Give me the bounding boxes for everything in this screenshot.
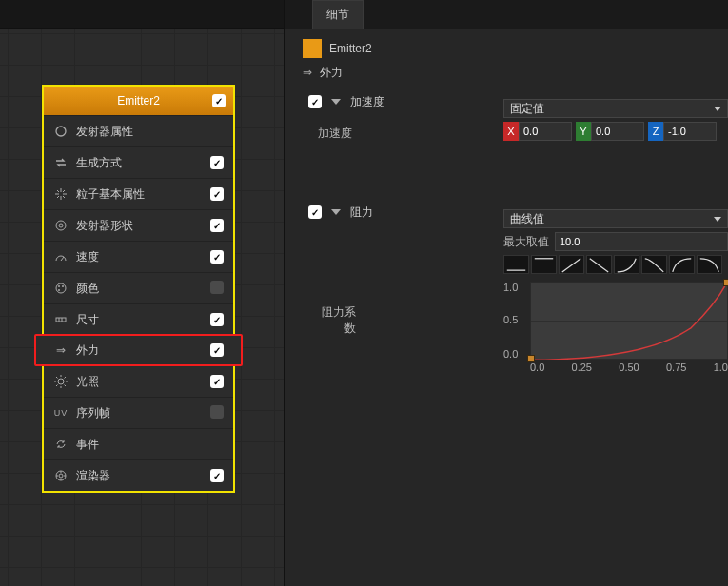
drag-collapse-toggle[interactable] bbox=[331, 209, 341, 215]
accel-collapse-toggle[interactable] bbox=[331, 99, 341, 105]
ruler-icon bbox=[53, 312, 69, 327]
accel-mode-dropdown[interactable]: 固定值 bbox=[503, 99, 728, 118]
module-row-label: 外力 bbox=[76, 342, 203, 359]
module-row-label: 序列帧 bbox=[76, 405, 203, 421]
module-row-label: 渲染器 bbox=[76, 468, 203, 484]
y-axis-icon: Y bbox=[576, 122, 591, 141]
module-grid[interactable]: Emitter2 发射器属性生成方式粒子基本属性发射器形状速度颜色尺寸⇒外力光照… bbox=[0, 29, 284, 586]
module-header[interactable]: Emitter2 bbox=[44, 87, 233, 115]
svg-line-3 bbox=[61, 257, 64, 261]
module-row-arrows[interactable]: ⇒外力 bbox=[34, 334, 243, 366]
svg-point-2 bbox=[59, 224, 63, 227]
curve-preset-2[interactable] bbox=[559, 255, 584, 274]
curve-preset-6[interactable] bbox=[669, 255, 695, 274]
drag-mode-dropdown[interactable]: 曲线值 bbox=[503, 209, 728, 228]
module-row-checkbox[interactable] bbox=[210, 343, 224, 357]
module-row-cycle[interactable]: 事件 bbox=[44, 428, 233, 459]
module-title: Emitter2 bbox=[117, 94, 160, 107]
module-row-gauge[interactable]: 速度 bbox=[44, 241, 233, 272]
module-row-checkbox[interactable] bbox=[210, 156, 224, 169]
tab-details[interactable]: 细节 bbox=[312, 0, 364, 29]
module-row-target[interactable]: 发射器形状 bbox=[44, 209, 233, 241]
svg-point-4 bbox=[56, 283, 66, 293]
drag-enable-checkbox[interactable] bbox=[308, 205, 322, 219]
uv-icon: UV bbox=[53, 405, 69, 420]
accel-z-input[interactable] bbox=[663, 122, 717, 141]
module-row-ruler[interactable]: 尺寸 bbox=[44, 303, 233, 335]
ytick: 0.0 bbox=[503, 348, 518, 360]
drag-max-label: 最大取值 bbox=[503, 234, 549, 250]
spark-icon bbox=[53, 186, 69, 202]
svg-point-7 bbox=[58, 289, 60, 291]
svg-point-6 bbox=[62, 285, 64, 287]
chevron-down-icon bbox=[714, 217, 721, 222]
module-row-spark[interactable]: 粒子基本属性 bbox=[44, 178, 233, 209]
gauge-icon bbox=[53, 249, 69, 264]
module-row-label: 发射器属性 bbox=[76, 124, 203, 140]
curve-handle-start[interactable] bbox=[527, 355, 535, 362]
sun-icon bbox=[53, 374, 69, 389]
accel-y-input[interactable] bbox=[591, 122, 644, 141]
left-toolbar bbox=[0, 0, 284, 29]
drag-max-input[interactable] bbox=[555, 232, 728, 251]
svg-rect-8 bbox=[56, 318, 66, 322]
curve-preset-0[interactable] bbox=[503, 255, 529, 274]
accel-label: 加速度 bbox=[308, 126, 356, 142]
x-axis-icon: X bbox=[503, 122, 519, 141]
arrows-icon: ⇒ bbox=[303, 66, 312, 79]
curve-plot[interactable] bbox=[530, 282, 728, 360]
accel-enable-checkbox[interactable] bbox=[308, 95, 322, 108]
breadcrumb: Emitter2 bbox=[303, 38, 711, 59]
svg-point-11 bbox=[58, 379, 64, 384]
xtick-row: 0.0 0.25 0.50 0.75 1.0 bbox=[530, 361, 728, 373]
cycle-icon bbox=[53, 437, 69, 452]
module-row-swap[interactable]: 生成方式 bbox=[44, 146, 233, 178]
breadcrumb-emitter: Emitter2 bbox=[329, 42, 372, 55]
curve-preset-3[interactable] bbox=[586, 255, 612, 274]
module-row-label: 光照 bbox=[76, 374, 203, 390]
svg-point-21 bbox=[59, 474, 63, 478]
ytick: 1.0 bbox=[503, 282, 518, 293]
module-stack: Emitter2 发射器属性生成方式粒子基本属性发射器形状速度颜色尺寸⇒外力光照… bbox=[42, 85, 235, 493]
module-row-render[interactable]: 渲染器 bbox=[44, 459, 233, 491]
module-row-label: 发射器形状 bbox=[76, 218, 203, 234]
chevron-down-icon bbox=[714, 107, 721, 111]
svg-line-18 bbox=[65, 377, 67, 379]
swap-icon bbox=[53, 155, 69, 170]
curve-preset-7[interactable] bbox=[697, 255, 722, 274]
drag-label: 阻力系数 bbox=[312, 304, 360, 337]
ytick: 0.5 bbox=[503, 314, 518, 325]
module-row-checkbox[interactable] bbox=[210, 469, 224, 482]
module-row-checkbox[interactable] bbox=[210, 375, 224, 388]
module-row-checkbox[interactable] bbox=[210, 187, 224, 201]
module-row-checkbox[interactable] bbox=[210, 405, 224, 419]
curve-handle-end[interactable] bbox=[723, 279, 728, 286]
module-row-circle[interactable]: 发射器属性 bbox=[44, 115, 233, 146]
svg-line-19 bbox=[56, 385, 58, 387]
module-row-palette[interactable]: 颜色 bbox=[44, 272, 233, 303]
svg-point-5 bbox=[58, 285, 60, 287]
circle-icon bbox=[53, 124, 69, 139]
svg-point-0 bbox=[56, 127, 66, 136]
module-row-checkbox[interactable] bbox=[210, 219, 224, 232]
curve-preset-1[interactable] bbox=[531, 255, 557, 274]
module-row-label: 速度 bbox=[76, 249, 203, 265]
target-icon bbox=[53, 218, 69, 233]
module-row-label: 生成方式 bbox=[76, 155, 203, 171]
drag-heading: 阻力 bbox=[350, 205, 373, 221]
module-row-checkbox[interactable] bbox=[210, 250, 224, 264]
accel-x-input[interactable] bbox=[519, 122, 572, 141]
emitter-swatch-icon bbox=[303, 39, 322, 58]
module-row-uv[interactable]: UV序列帧 bbox=[44, 397, 233, 428]
module-row-label: 尺寸 bbox=[76, 312, 203, 328]
curve-preset-5[interactable] bbox=[641, 255, 667, 274]
module-row-checkbox[interactable] bbox=[210, 313, 224, 326]
render-icon bbox=[53, 468, 69, 483]
curve-editor[interactable]: 1.0 0.5 0.0 bbox=[503, 282, 728, 373]
module-row-checkbox[interactable] bbox=[210, 281, 224, 294]
module-header-checkbox[interactable] bbox=[212, 94, 226, 107]
svg-line-17 bbox=[65, 385, 67, 387]
svg-point-1 bbox=[56, 221, 66, 230]
module-row-sun[interactable]: 光照 bbox=[44, 365, 233, 397]
curve-preset-4[interactable] bbox=[614, 255, 639, 274]
